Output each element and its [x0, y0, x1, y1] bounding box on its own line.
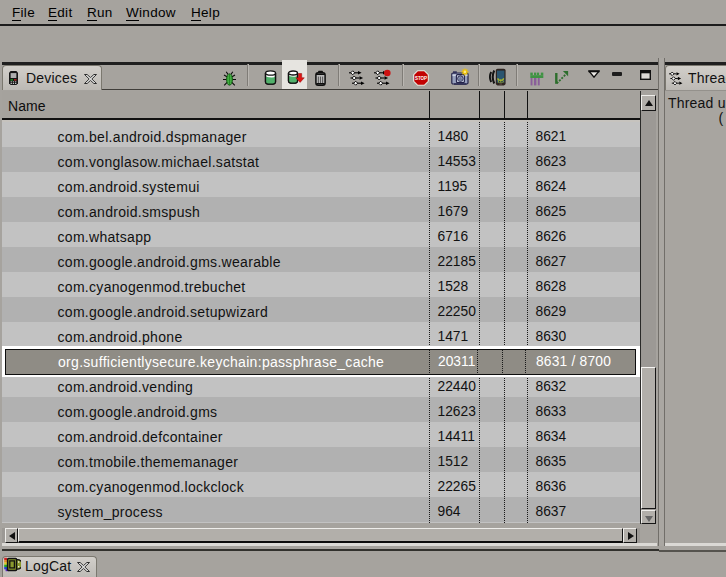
- svg-text:STOP: STOP: [415, 76, 427, 81]
